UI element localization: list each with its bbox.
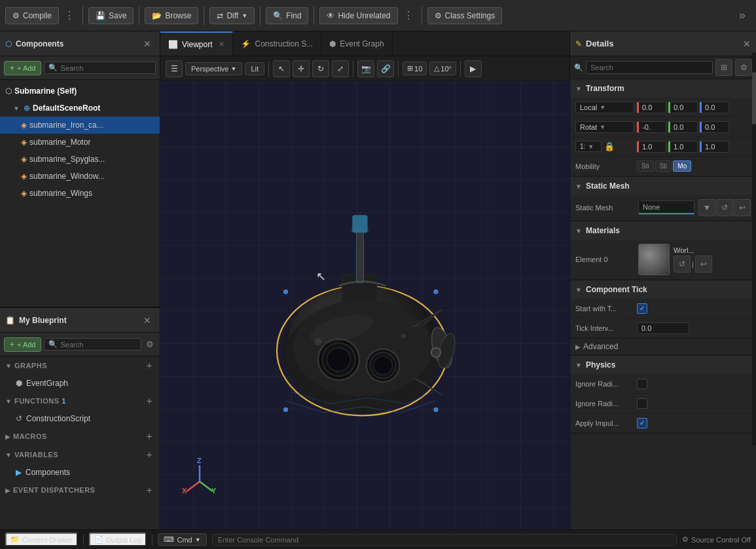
tab-viewport[interactable]: ⬜ Viewport ✕: [160, 31, 233, 56]
variables-add-button[interactable]: ＋: [144, 448, 154, 462]
variables-section-header[interactable]: ▼ VARIABLES ＋: [0, 445, 160, 464]
expand-toolbar-button[interactable]: »: [734, 6, 751, 25]
start-with-tick-checkbox[interactable]: ✓: [637, 303, 647, 314]
scale-y-input[interactable]: [668, 141, 698, 153]
console-input[interactable]: [212, 534, 677, 546]
save-button[interactable]: 💾 Save: [88, 7, 134, 24]
mobility-stationary-button[interactable]: Sti: [655, 161, 672, 172]
event-dispatchers-section-header[interactable]: ▶ EVENT DISPATCHERS ＋: [0, 481, 160, 499]
material-browse-button[interactable]: ↺: [674, 256, 691, 273]
tree-item-window[interactable]: ◈ submarine_Window...: [0, 168, 160, 185]
output-log-button[interactable]: 📄 Output Log: [89, 533, 147, 546]
viewport-menu-button[interactable]: ☰: [166, 60, 183, 77]
apply-impulse-checkbox[interactable]: ✓: [637, 418, 647, 428]
location-z-input[interactable]: [700, 102, 729, 113]
components-variable-icon: ▶: [16, 468, 22, 477]
tick-interval-input[interactable]: [637, 322, 689, 334]
tree-item-spyglass[interactable]: ◈ submarine_Spyglas...: [0, 151, 160, 168]
scale-x-input[interactable]: [637, 141, 666, 153]
ignore-radial-2-checkbox[interactable]: [637, 398, 647, 409]
rotate-button[interactable]: ↻: [312, 60, 329, 77]
functions-section-header[interactable]: ▼ FUNCTIONS 1 ＋: [0, 392, 160, 410]
blueprint-close-button[interactable]: ✕: [140, 314, 154, 327]
tree-item-iron-case[interactable]: ◈ submarine_Iron_ca...: [0, 117, 160, 134]
static-mesh-section-header[interactable]: ▼ Static Mesh: [570, 177, 756, 195]
graphs-section-header[interactable]: ▼ GRAPHS ＋: [0, 356, 160, 375]
blueprint-gear-button[interactable]: ⚙: [144, 339, 156, 349]
select-mode-button[interactable]: ↖: [273, 60, 290, 77]
ignore-radial-1-checkbox[interactable]: [637, 379, 647, 389]
tree-item-motor[interactable]: ◈ submarine_Motor: [0, 134, 160, 151]
components-variable-item[interactable]: ▶ Components: [0, 464, 160, 481]
blueprint-search-input[interactable]: [60, 341, 137, 349]
tree-item-wings[interactable]: ◈ submarine_Wings: [0, 185, 160, 202]
rotation-dropdown[interactable]: Rotat ▼: [575, 121, 634, 133]
tree-item-submarine-self[interactable]: ⬡ Submarine (Self): [0, 83, 160, 100]
construction-script-item[interactable]: ↺ ConstructionScript: [0, 410, 160, 427]
grid-button[interactable]: ⊞ 10: [403, 62, 427, 75]
event-dispatchers-add-button[interactable]: ＋: [144, 483, 154, 497]
scale-button[interactable]: ⤢: [332, 60, 349, 77]
more-options-icon[interactable]: ⋮: [401, 9, 416, 22]
class-settings-label: Class Settings: [445, 11, 495, 20]
physics-section-header[interactable]: ▼ Physics: [570, 356, 756, 374]
material-preview: [638, 244, 670, 275]
advanced-row[interactable]: ▶ Advanced: [570, 339, 756, 355]
details-close-button[interactable]: ✕: [743, 39, 751, 49]
angle-button[interactable]: △ 10°: [429, 62, 456, 75]
graphs-add-button[interactable]: ＋: [144, 359, 154, 373]
functions-add-button[interactable]: ＋: [144, 394, 154, 408]
components-add-button[interactable]: + + Add: [4, 61, 41, 75]
class-settings-button[interactable]: ⚙ Class Settings: [427, 7, 503, 24]
scale-dropdown[interactable]: 1: ▼: [575, 141, 602, 152]
tab-construction[interactable]: ⚡ Construction S...: [233, 31, 321, 56]
content-drawer-button[interactable]: 📁 Content Drawer: [5, 533, 78, 546]
mobility-movable-button[interactable]: Mo: [673, 161, 691, 172]
location-x-input[interactable]: [637, 102, 666, 113]
translate-button[interactable]: ✛: [293, 60, 310, 77]
cmd-button[interactable]: ⌨ Cmd ▼: [158, 533, 206, 546]
details-settings-button[interactable]: ⚙: [735, 59, 752, 76]
components-close-button[interactable]: ✕: [140, 37, 154, 50]
snap-button[interactable]: 🔗: [377, 60, 394, 77]
rotation-z-input[interactable]: [700, 121, 729, 133]
rotation-x-input[interactable]: [637, 121, 666, 133]
details-search-input[interactable]: [586, 61, 713, 74]
event-graph-item[interactable]: ⬢ EventGraph: [0, 375, 160, 392]
viewport-canvas[interactable]: ↖ X Y Z: [160, 81, 569, 529]
lit-button[interactable]: Lit: [245, 62, 264, 75]
viewport-tab-close[interactable]: ✕: [219, 40, 225, 48]
diff-button[interactable]: ⇄ Diff ▼: [209, 7, 255, 24]
macros-add-button[interactable]: ＋: [144, 430, 154, 444]
details-table-view-button[interactable]: ⊞: [715, 59, 732, 76]
tab-event-graph[interactable]: ⬢ Event Graph: [321, 31, 392, 56]
transform-section-header[interactable]: ▼ Transform: [570, 79, 756, 98]
scroll-thumb[interactable]: [752, 72, 756, 124]
mesh-reset-button[interactable]: ↩: [734, 199, 751, 216]
rotation-y-input[interactable]: [668, 121, 698, 133]
perspective-button[interactable]: Perspective ▼: [185, 62, 242, 75]
components-search-input[interactable]: [60, 64, 151, 72]
hide-unrelated-button[interactable]: 👁 Hide Unrelated: [319, 7, 397, 24]
find-button[interactable]: 🔍 Find: [266, 7, 308, 24]
materials-section-header[interactable]: ▼ Materials: [570, 221, 756, 240]
browse-button[interactable]: 📂 Browse: [145, 7, 198, 24]
mesh-dropdown-button[interactable]: ▼: [698, 199, 715, 216]
mesh-browse-button[interactable]: ↺: [716, 199, 733, 216]
camera-button[interactable]: 📷: [357, 60, 374, 77]
ignore-radial-2-row: Ignore Radi...: [570, 394, 756, 413]
macros-section-header[interactable]: ▶ MACROS ＋: [0, 427, 160, 445]
scale-z-input[interactable]: [700, 141, 729, 153]
material-reset-button[interactable]: ↩: [695, 256, 712, 273]
more-vp-button[interactable]: ▶: [465, 60, 482, 77]
scale-lock-icon[interactable]: 🔒: [604, 142, 615, 151]
location-y-input[interactable]: [668, 102, 698, 113]
mobility-static-button[interactable]: Sti: [637, 161, 654, 172]
tree-item-default-scene-root[interactable]: ▼ ⊕ DefaultSceneRoot: [0, 100, 160, 117]
expand-scene-root-icon[interactable]: ▼: [13, 105, 21, 112]
location-dropdown[interactable]: Local ▼: [575, 102, 634, 113]
component-tick-section-header[interactable]: ▼ Component Tick: [570, 280, 756, 299]
compile-menu-icon[interactable]: ⋮: [62, 9, 77, 22]
blueprint-add-button[interactable]: + + Add: [4, 337, 41, 352]
compile-button[interactable]: ⚙ Compile: [5, 7, 59, 24]
